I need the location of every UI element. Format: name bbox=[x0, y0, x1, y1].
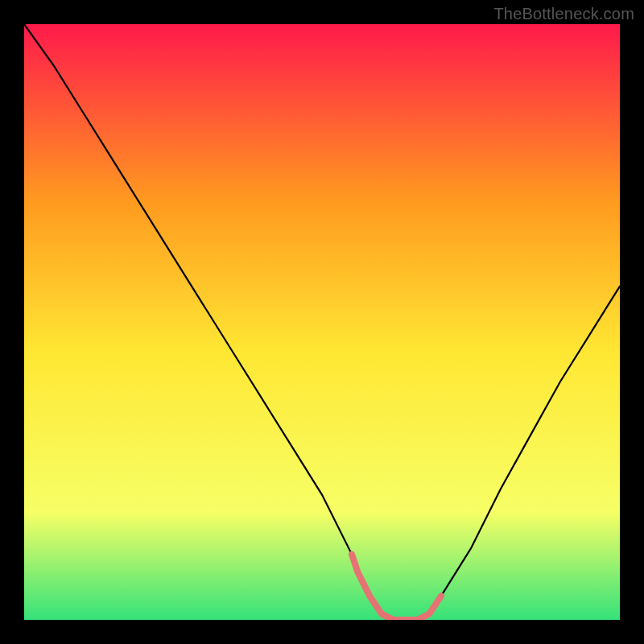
watermark-text: TheBottleneck.com bbox=[493, 5, 634, 23]
chart-frame: TheBottleneck.com bbox=[0, 0, 644, 644]
bottleneck-chart bbox=[24, 24, 620, 620]
plot-area bbox=[24, 24, 620, 620]
gradient-background bbox=[24, 24, 620, 620]
